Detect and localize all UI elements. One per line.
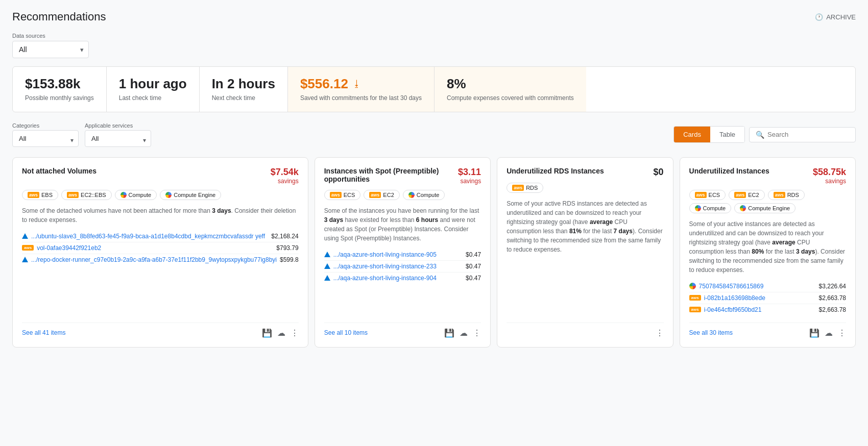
savings-amount: $3.11 [458,167,481,178]
data-sources-label: Data sources [12,33,856,39]
savings-label: savings [271,178,299,185]
savings-label: savings [813,178,846,185]
card-description: Some of the detached volumes have not be… [22,206,299,225]
page-title: Recommendations [12,10,106,23]
card-header: Not attached Volumes $7.54k savings [22,167,299,185]
see-all-link[interactable]: See all 10 items [324,329,368,336]
upload-icon[interactable]: ☁ [277,328,285,338]
cards-view-button[interactable]: Cards [674,127,710,142]
search-icon: 🔍 [756,131,764,139]
table-view-button[interactable]: Table [710,127,744,142]
page-header: Recommendations 🕐 ARCHIVE [12,10,856,23]
savings-label: savings [458,178,481,185]
more-icon[interactable]: ⋮ [473,328,481,338]
card-footer: See all 10 items 💾 ☁ ⋮ [324,323,481,338]
see-all-link[interactable]: See all 41 items [22,329,65,336]
see-all-link[interactable]: See all 30 items [689,329,733,336]
stat-next-check-value: In 2 hours [212,76,275,92]
search-input[interactable] [767,131,849,138]
list-item: 7507845845786615869 $3,226.64 [689,281,846,292]
stat-last-check-value: 1 hour ago [119,76,187,92]
stat-monthly-savings-label: Possible monthly savings [25,94,94,103]
card-description: Some of the instances you have been runn… [324,206,481,243]
archive-icon: 🕐 [815,13,823,21]
download-icon[interactable]: 💾 [444,328,454,338]
tag-EC2[interactable]: aws EC2 [729,190,764,200]
footer-icons: 💾 ☁ ⋮ [262,328,299,338]
card-title: Not attached Volumes [22,167,271,175]
list-item: .../repo-docker-runner_c97e0b19-2a9c-a9f… [22,254,299,265]
card-spot-preemptible: Instances with Spot (Preemptible) opport… [315,157,491,348]
card-header: Instances with Spot (Preemptible) opport… [324,167,481,185]
card-footer: See all 30 items 💾 ☁ ⋮ [689,323,846,338]
tag-RDS[interactable]: aws RDS [507,183,543,193]
more-icon[interactable]: ⋮ [656,328,664,338]
data-sources-select[interactable]: All AWS GCP Azure [12,41,89,58]
download-icon[interactable]: 💾 [262,328,272,338]
stat-commitments-covered: 8% Compute expenses covered with commitm… [435,67,586,112]
card-footer: ⋮ [507,323,663,338]
tag-Compute[interactable]: Compute [689,203,732,213]
tags-row: aws RDS [507,183,663,193]
categories-select[interactable]: All Cost Security Performance [12,130,79,147]
tag-EBS[interactable]: aws EBS [22,190,58,200]
tag-Compute[interactable]: Compute [403,190,445,200]
download-icon[interactable]: 💾 [809,328,819,338]
stat-next-check-label: Next check time [212,94,275,103]
list-item: .../aqa-azure-short-living-instance-904 … [324,272,481,284]
card-items [507,260,663,315]
data-sources-section: Data sources All AWS GCP Azure [12,33,856,58]
footer-icons: 💾 ☁ ⋮ [444,328,481,338]
upload-icon[interactable]: ☁ [825,328,833,338]
stat-last-check: 1 hour ago Last check time [107,67,200,112]
archive-button[interactable]: 🕐 ARCHIVE [815,13,856,21]
more-icon[interactable]: ⋮ [291,328,299,338]
data-sources-select-wrapper: All AWS GCP Azure [12,41,89,58]
savings-amount: $7.54k [271,167,299,178]
card-description: Some of your active RDS instances are de… [507,199,663,254]
view-controls: Cards Table 🔍 [673,126,856,143]
categories-wrapper: All Cost Security Performance [12,130,79,147]
services-filter: Applicable services All EC2 RDS ECS [85,122,151,147]
tags-row: aws ECS aws EC2 aws RDS Compute Compute … [689,190,846,213]
tag-EC2[interactable]: aws EC2 [364,190,399,200]
stat-commitments-savings-row: $556.12 ⭳ [300,76,422,92]
services-select[interactable]: All EC2 RDS ECS [85,130,151,147]
card-items: .../aqa-azure-short-living-instance-905 … [324,249,481,315]
filters-row: Categories All Cost Security Performance… [12,122,856,147]
categories-label: Categories [12,122,79,129]
card-header: Underutilized RDS Instances $0 savings [507,167,663,178]
footer-icons: ⋮ [656,328,664,338]
categories-filter: Categories All Cost Security Performance [12,122,79,147]
tag-RDS[interactable]: aws RDS [768,190,805,200]
tags-row: aws ECS aws EC2 Compute [324,190,481,200]
export-icon[interactable]: ⭳ [352,79,361,89]
tag-Compute Engine[interactable]: Compute Engine [160,190,221,200]
tag-EC2::EBS[interactable]: aws EC2::EBS [61,190,112,200]
services-label: Applicable services [85,122,151,129]
card-description: Some of your active instances are detect… [689,219,846,275]
card-footer: See all 41 items 💾 ☁ ⋮ [22,323,299,338]
stat-commitments-savings: $556.12 ⭳ Saved with commitments for the… [288,67,435,112]
tag-ECS[interactable]: aws ECS [324,190,361,200]
tags-row: aws EBS aws EC2::EBS Compute Compute Eng… [22,190,299,200]
footer-icons: 💾 ☁ ⋮ [809,328,846,338]
card-title: Underutilized RDS Instances [507,167,653,175]
page-container: Recommendations 🕐 ARCHIVE Data sources A… [0,0,868,358]
list-item: .../aqa-azure-short-living-instance-233 … [324,261,481,272]
tag-Compute[interactable]: Compute [115,190,157,200]
upload-icon[interactable]: ☁ [460,328,468,338]
list-item: aws i-0e464cfbf9650bd21 $2,663.78 [689,304,846,315]
stat-monthly-savings: $153.88k Possible monthly savings [13,67,107,112]
view-btn-group: Cards Table [673,126,745,143]
stat-commitments-covered-label: Compute expenses covered with commitment… [447,94,574,103]
more-icon[interactable]: ⋮ [838,328,846,338]
tag-ECS[interactable]: aws ECS [689,190,726,200]
services-wrapper: All EC2 RDS ECS [85,130,151,147]
stats-row: $153.88k Possible monthly savings 1 hour… [12,66,856,112]
stat-next-check: In 2 hours Next check time [200,67,288,112]
savings-amount: $58.75k [813,167,846,178]
card-title: Underutilized Instances [689,167,813,175]
tag-Compute Engine[interactable]: Compute Engine [734,203,795,213]
stat-last-check-label: Last check time [119,94,187,103]
